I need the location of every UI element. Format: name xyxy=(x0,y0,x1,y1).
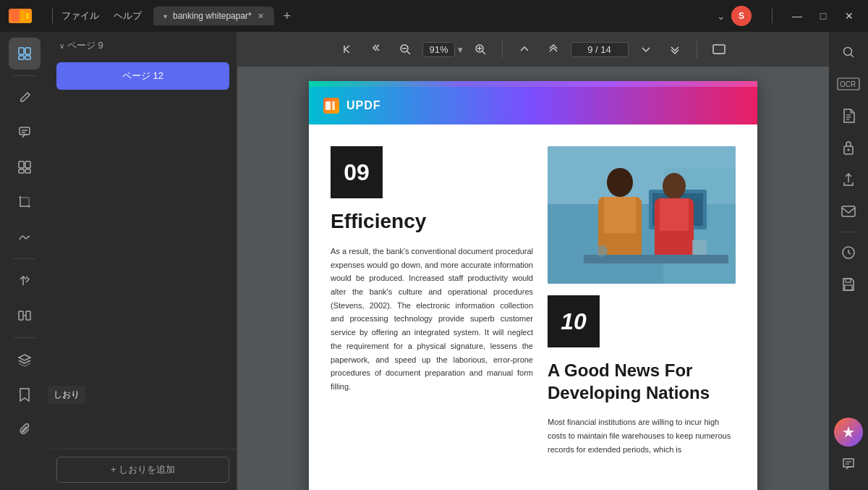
page-down-button[interactable] xyxy=(634,38,658,61)
toolbar-sep xyxy=(502,41,503,58)
svg-rect-41 xyxy=(584,255,728,263)
tab-area: ▾ banking whitepapar* ✕ + xyxy=(153,6,717,26)
page-updf-text: UPDF xyxy=(346,99,381,112)
svg-rect-2 xyxy=(26,13,29,19)
sidebar-page-label: ページ 12 xyxy=(56,62,229,90)
svg-rect-56 xyxy=(845,285,852,290)
ocr-button[interactable]: OCR xyxy=(834,69,863,98)
app-logo xyxy=(9,9,32,23)
svg-rect-5 xyxy=(19,56,24,59)
section2-number-box: 10 xyxy=(548,295,600,347)
page-number-input[interactable] xyxy=(571,42,629,57)
page-right-column: 10 A Good News For Developing Nations Mo… xyxy=(548,146,736,456)
page-first-button[interactable] xyxy=(336,38,359,61)
close-window-button[interactable]: ✕ xyxy=(839,6,859,26)
menu-bar: ファイル ヘルプ xyxy=(61,9,142,22)
layers-button[interactable] xyxy=(9,344,41,376)
chat-button[interactable] xyxy=(834,449,863,478)
svg-rect-7 xyxy=(20,127,30,135)
comment-button[interactable] xyxy=(9,117,41,148)
section1-body: As a result, the bank's conventional doc… xyxy=(331,245,533,394)
svg-point-38 xyxy=(663,173,686,199)
section2-title: A Good News For Developing Nations xyxy=(548,359,736,404)
svg-rect-3 xyxy=(19,48,24,54)
maximize-button[interactable]: □ xyxy=(813,6,833,26)
section1-number-box: 09 xyxy=(331,146,383,198)
pdf-toolbar: 91% ▾ xyxy=(237,32,829,67)
section1-number: 09 xyxy=(344,159,370,186)
page-body: 09 Efficiency As a result, the bank's co… xyxy=(309,124,757,478)
svg-line-20 xyxy=(407,51,410,54)
toolbar-sep-1 xyxy=(14,75,35,76)
menu-help[interactable]: ヘルプ xyxy=(114,9,142,22)
bookmark-button[interactable]: しおり xyxy=(9,379,41,410)
section2-body: Most financial institutions are willing … xyxy=(548,415,736,456)
pdf-page: UPDF 09 Efficiency As a result, the bank… xyxy=(309,81,757,490)
svg-rect-42 xyxy=(692,240,707,255)
left-toolbar: しおり xyxy=(0,32,49,490)
pdf-area: 91% ▾ xyxy=(237,32,829,490)
titlebar: ファイル ヘルプ ▾ banking whitepapar* ✕ + ⌄ S —… xyxy=(0,0,868,32)
svg-rect-53 xyxy=(842,206,855,216)
document-tab[interactable]: ▾ banking whitepapar* ✕ xyxy=(153,7,274,25)
crop-button[interactable] xyxy=(9,186,41,218)
svg-point-52 xyxy=(848,149,850,151)
organize-button[interactable] xyxy=(9,151,41,183)
page-view-button[interactable] xyxy=(9,38,41,69)
page-left-column: 09 Efficiency As a result, the bank's co… xyxy=(331,146,533,456)
pdf-content[interactable]: UPDF 09 Efficiency As a result, the bank… xyxy=(237,67,829,490)
menu-file[interactable]: ファイル xyxy=(61,9,99,22)
presentation-button[interactable] xyxy=(707,38,731,61)
page-top-button[interactable] xyxy=(542,38,565,61)
add-tab-button[interactable]: + xyxy=(277,6,297,26)
bookmark-tooltip: しおり xyxy=(48,386,85,404)
sidebar-panel: ∨ ページ 9 ページ 12 + しおりを追加 xyxy=(49,32,237,490)
minimize-button[interactable]: — xyxy=(787,6,807,26)
lock-button[interactable] xyxy=(834,133,863,162)
history-button[interactable] xyxy=(834,238,863,267)
svg-rect-1 xyxy=(20,10,25,22)
title-divider2 xyxy=(772,9,773,23)
zoom-dropdown-arrow[interactable]: ▾ xyxy=(458,44,463,55)
svg-rect-29 xyxy=(332,101,335,110)
section1-photo xyxy=(548,146,736,284)
sidebar-header-label: ページ 9 xyxy=(67,39,103,52)
tab-dropdown-arrow[interactable]: ▾ xyxy=(163,12,167,20)
zoom-out-button[interactable] xyxy=(393,38,417,61)
add-bookmark-button[interactable]: + しおりを追加 xyxy=(56,457,229,483)
toolbar-sep2 xyxy=(697,41,697,58)
page-up2-button[interactable] xyxy=(365,38,388,61)
svg-rect-10 xyxy=(19,161,24,168)
save-button[interactable] xyxy=(834,270,863,299)
page-up-button[interactable] xyxy=(513,38,536,61)
svg-line-24 xyxy=(482,51,485,54)
user-avatar[interactable]: S xyxy=(731,6,752,26)
window-dropdown-arrow[interactable]: ⌄ xyxy=(717,10,726,22)
convert-button[interactable] xyxy=(9,265,41,297)
ai-assistant-button[interactable] xyxy=(834,418,863,447)
zoom-in-button[interactable] xyxy=(469,38,492,61)
svg-rect-11 xyxy=(25,161,30,168)
edit-button[interactable] xyxy=(9,82,41,114)
svg-rect-6 xyxy=(25,56,30,59)
page-header-banner: UPDF xyxy=(309,87,757,124)
svg-point-44 xyxy=(844,48,852,56)
send-email-button[interactable] xyxy=(834,197,863,226)
search-button[interactable] xyxy=(834,38,863,67)
sidebar-page-item[interactable]: ページ 12 xyxy=(56,62,229,90)
svg-rect-13 xyxy=(25,169,30,173)
section1-title: Efficiency xyxy=(331,210,533,233)
tab-close-button[interactable]: ✕ xyxy=(258,12,264,21)
share-button[interactable] xyxy=(834,165,863,194)
toolbar-sep-2 xyxy=(14,258,35,259)
zoom-value[interactable]: 91% xyxy=(422,42,454,57)
title-divider xyxy=(52,9,53,23)
attach-button[interactable] xyxy=(9,413,41,445)
svg-rect-25 xyxy=(713,45,725,54)
signature-button[interactable] xyxy=(9,221,41,253)
compare-button[interactable] xyxy=(9,300,41,331)
file-properties-button[interactable] xyxy=(834,101,863,130)
page-bottom-button[interactable] xyxy=(663,38,686,61)
sidebar-expand-arrow[interactable]: ∨ xyxy=(59,42,64,50)
svg-rect-15 xyxy=(26,311,30,320)
